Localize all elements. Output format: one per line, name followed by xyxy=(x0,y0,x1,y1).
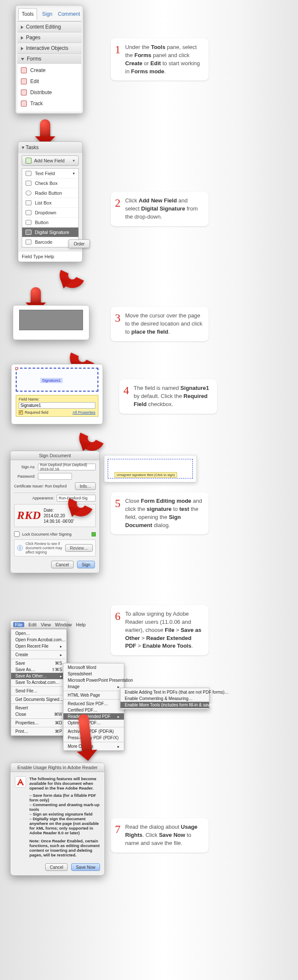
mi-revert[interactable]: Revert xyxy=(11,703,66,711)
lock-after-signing-checkbox[interactable] xyxy=(14,531,20,537)
mi-optimized[interactable]: Optimized PDF… xyxy=(63,720,124,726)
menu-list-box[interactable]: List Box xyxy=(22,198,78,208)
tab-comment[interactable]: Comment xyxy=(57,8,80,20)
mi-more-options[interactable]: More Options xyxy=(63,742,124,749)
t: Add New Field xyxy=(139,197,177,204)
mi-image[interactable]: Image xyxy=(63,683,124,690)
tab-tools[interactable]: Tools xyxy=(18,8,37,20)
mi-create[interactable]: Create xyxy=(11,650,66,658)
mi-certified[interactable]: Certified PDF… xyxy=(63,707,124,713)
forms-create[interactable]: Create xyxy=(20,66,79,74)
mi-open-recent[interactable]: Open Recent File xyxy=(11,643,66,649)
menu-edit[interactable]: Edit xyxy=(29,622,37,627)
track-icon xyxy=(21,101,27,107)
field-name-input[interactable] xyxy=(19,402,95,409)
mi-send-file[interactable]: Send File… xyxy=(11,686,66,694)
t: Tools xyxy=(151,44,166,50)
all-properties-link[interactable]: All Properties xyxy=(72,410,95,415)
mi-press-ready[interactable]: Press-Ready PDF (PDF/X) xyxy=(63,735,124,741)
info-button[interactable]: Info… xyxy=(75,482,96,490)
menu-text-field[interactable]: Text Field▾ xyxy=(22,169,78,179)
t: Forms xyxy=(135,52,152,58)
mi-save-as-other[interactable]: Save As Other… xyxy=(11,673,66,679)
t: Digital Signature xyxy=(141,205,185,212)
mi-properties[interactable]: Properties…⌘D xyxy=(11,718,66,726)
usage-save-now-button[interactable]: Save Now xyxy=(71,863,100,871)
cancel-button[interactable]: Cancel xyxy=(51,561,74,568)
t: by default. Click the xyxy=(134,393,183,399)
l: Button xyxy=(35,220,49,225)
field-name-panel: Signature1 Field Name: Required field Al… xyxy=(11,364,103,424)
mi-save[interactable]: Save⌘S xyxy=(11,659,66,666)
t: Under the xyxy=(125,44,151,50)
add-new-field-button[interactable]: Add New Field ▾ xyxy=(22,156,79,166)
mi-enable-commenting[interactable]: Enable Commenting & Measuring… xyxy=(120,695,209,702)
button-icon xyxy=(26,220,32,225)
forms-distribute[interactable]: Distribute xyxy=(20,89,79,96)
menu-button[interactable]: Button xyxy=(22,218,78,228)
accordion-pages[interactable]: Pages xyxy=(17,32,81,43)
accordion-forms[interactable]: Forms xyxy=(17,53,81,64)
menu-digital-signature[interactable]: Digital Signature xyxy=(22,228,78,237)
mi-reader-ext[interactable]: Reader Extended PDF xyxy=(63,713,124,720)
usage-rights-note: Note: Once Reader Enabled, certain funct… xyxy=(29,839,100,857)
mi-save-to-acrobat[interactable]: Save To Acrobat.com… xyxy=(11,679,66,686)
mi-enable-add-text[interactable]: Enable Adding Text in PDFs (that are not… xyxy=(120,689,209,695)
forms-track[interactable]: Track xyxy=(20,100,79,107)
t: Create xyxy=(125,60,142,66)
mi-enable-more-tools[interactable]: Enable More Tools (includes form fill-in… xyxy=(120,702,209,708)
mi-reduced[interactable]: Reduced Size PDF… xyxy=(63,699,124,707)
menu-radio-button[interactable]: Radio Button xyxy=(22,188,78,198)
step-5-callout: 5 Close Form Editing mode and click the … xyxy=(111,492,209,534)
required-field-checkbox[interactable]: Required field xyxy=(19,410,49,415)
review-info-text: Click Review to see if document content … xyxy=(26,542,63,554)
label: Edit xyxy=(30,78,39,84)
info-icon: i xyxy=(17,545,23,551)
sign-button[interactable]: Sign xyxy=(77,561,95,568)
mi-archivable[interactable]: Archivable PDF (PDF/A) xyxy=(63,727,124,735)
mi-open-acrobat[interactable]: Open From Acrobat.com… xyxy=(11,637,66,643)
chevron-right-icon: ▾ xyxy=(73,171,75,176)
mi-get-docs-signed[interactable]: Get Documents Signed… xyxy=(11,695,66,703)
dropdown-icon xyxy=(26,210,32,215)
review-button[interactable]: Review… xyxy=(65,544,93,552)
signature-field-outline[interactable]: Signature1 xyxy=(16,368,98,392)
accordion-content-editing[interactable]: Content Editing xyxy=(17,21,81,32)
menu-view[interactable]: View xyxy=(41,622,51,627)
l: Digital Signature xyxy=(35,230,69,235)
mi-word[interactable]: Microsoft Word xyxy=(63,664,124,671)
accordion-interactive-objects[interactable]: Interactive Objects xyxy=(17,43,81,53)
tasks-header[interactable]: Tasks xyxy=(18,142,82,153)
tab-order-button[interactable]: Order xyxy=(69,239,90,248)
mi-save-as[interactable]: Save As…⇧⌘S xyxy=(11,666,66,673)
sign-as-select[interactable]: Ron Depford (Ron Depford) 2019.02.16 xyxy=(38,464,96,470)
usage-cancel-button[interactable]: Cancel xyxy=(45,863,68,871)
password-input[interactable] xyxy=(38,473,72,480)
radio-icon xyxy=(26,190,32,196)
field-type-help[interactable]: Field Type Help xyxy=(18,251,82,262)
mi-spreadsheet[interactable]: Spreadsheet xyxy=(63,671,124,677)
menu-check-box[interactable]: Check Box xyxy=(22,179,78,188)
t: Close xyxy=(125,498,141,504)
appearance-label: Appearance: xyxy=(32,496,54,500)
mi-html[interactable]: HTML Web Page xyxy=(63,691,124,698)
mi-ppt[interactable]: Microsoft PowerPoint Presentation xyxy=(63,677,124,683)
checkbox-icon xyxy=(26,181,32,186)
cert-issuer-label: Certificate Issuer: Ron Depford xyxy=(14,484,72,488)
mi-open[interactable]: Open… xyxy=(11,630,66,637)
t: Click xyxy=(125,197,139,204)
field-draw-area[interactable] xyxy=(19,310,83,330)
usage-rights-intro: The following features will become avail… xyxy=(29,776,96,790)
forms-edit[interactable]: Edit xyxy=(20,78,79,85)
t: Edit xyxy=(150,60,161,66)
menu-window[interactable]: Window xyxy=(55,622,72,627)
mi-close[interactable]: Close⌘W xyxy=(11,711,66,718)
t: place the field xyxy=(131,329,168,335)
t: > xyxy=(140,635,146,641)
menu-file[interactable]: File xyxy=(13,622,24,627)
mi-print[interactable]: Print…⌘P xyxy=(11,727,66,735)
menu-dropdown[interactable]: Dropdown xyxy=(22,208,78,218)
resize-handle-tl[interactable] xyxy=(15,367,18,370)
tab-sign[interactable]: Sign xyxy=(38,8,57,20)
menu-help[interactable]: Help xyxy=(76,622,86,627)
